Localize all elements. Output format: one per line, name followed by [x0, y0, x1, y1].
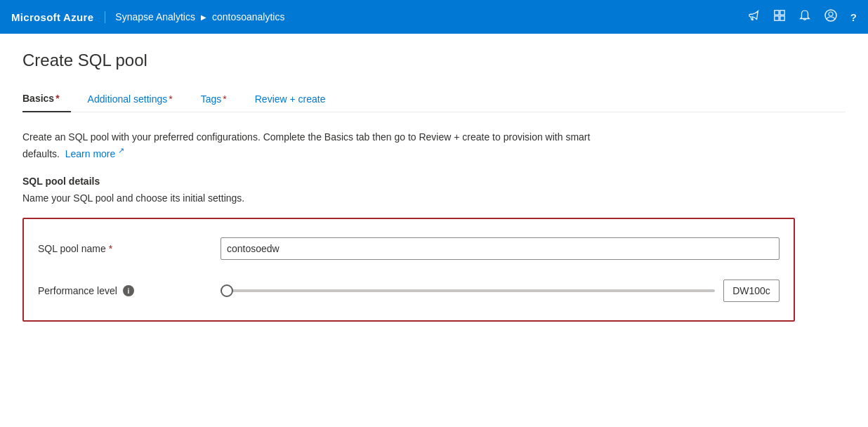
performance-level-label: Performance level i — [38, 285, 221, 296]
performance-level-row: Performance level i DW100c — [38, 272, 780, 309]
slider-track-wrapper — [221, 280, 715, 302]
svg-rect-3 — [780, 16, 784, 20]
account-icon[interactable] — [824, 8, 838, 25]
learn-more-link[interactable]: Learn more ↗ — [65, 148, 124, 159]
slider-container: DW100c — [221, 280, 780, 302]
brand-title: Microsoft Azure — [11, 11, 105, 23]
topbar: Microsoft Azure Synapse Analytics ▶ cont… — [0, 0, 868, 34]
tab-nav: Basics* Additional settings* Tags* Revie… — [22, 87, 846, 112]
page-title: Create SQL pool — [22, 51, 846, 70]
main-content: Create SQL pool Basics* Additional setti… — [0, 34, 868, 427]
breadcrumb-resource[interactable]: contosoanalytics — [212, 11, 285, 22]
sql-pool-name-label: SQL pool name * — [38, 243, 221, 254]
performance-value-box: DW100c — [723, 280, 780, 302]
form-box: SQL pool name * Performance level i — [22, 218, 795, 322]
feedback-icon[interactable] — [748, 9, 761, 25]
slider-thumb[interactable] — [221, 284, 233, 297]
slider-track — [221, 289, 715, 292]
help-icon[interactable]: ? — [850, 11, 857, 23]
performance-level-control: DW100c — [221, 280, 780, 302]
svg-point-5 — [829, 12, 833, 16]
svg-rect-2 — [775, 16, 779, 20]
tab-review-create[interactable]: Review + create — [255, 88, 337, 112]
section-heading: SQL pool details — [22, 176, 846, 187]
tab-additional-settings[interactable]: Additional settings* — [88, 88, 184, 112]
breadcrumb-synapse[interactable]: Synapse Analytics — [115, 11, 195, 22]
svg-rect-0 — [775, 11, 779, 15]
portal-icon[interactable] — [773, 9, 786, 25]
topbar-icons: ? — [748, 8, 857, 25]
section-subtext: Name your SQL pool and choose its initia… — [22, 192, 846, 204]
info-icon[interactable]: i — [123, 285, 134, 296]
svg-rect-1 — [780, 11, 784, 15]
breadcrumb-nav: Synapse Analytics ▶ contosoanalytics — [115, 11, 284, 22]
sql-pool-name-input-area — [221, 237, 780, 260]
external-link-icon: ↗ — [118, 146, 124, 155]
description-text: Create an SQL pool with your preferred c… — [22, 129, 598, 162]
breadcrumb-chevron: ▶ — [201, 13, 206, 21]
tab-basics[interactable]: Basics* — [22, 87, 71, 112]
sql-pool-name-input[interactable] — [221, 237, 780, 260]
required-star: * — [109, 243, 112, 254]
slider-dashes — [233, 290, 715, 291]
tab-tags[interactable]: Tags* — [201, 88, 238, 112]
notifications-icon[interactable] — [798, 9, 811, 25]
sql-pool-name-row: SQL pool name * — [38, 230, 780, 267]
